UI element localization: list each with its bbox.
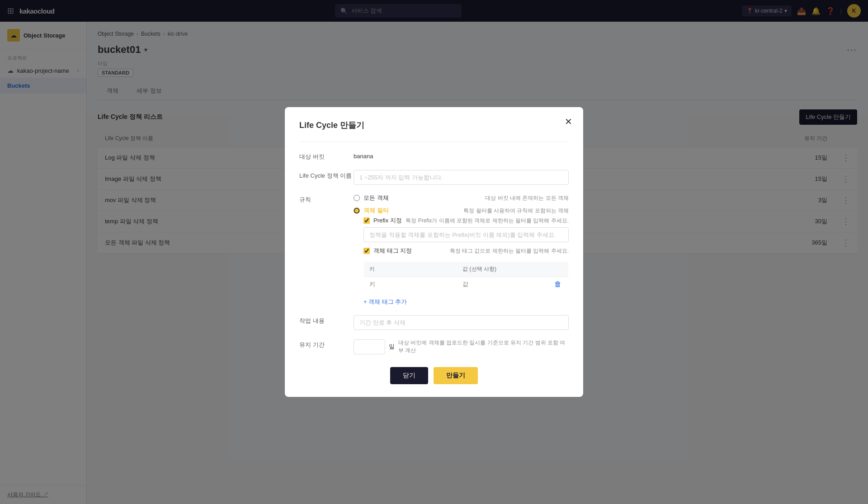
rule-label: 규칙 [299,194,354,204]
prefix-desc: 특정 Prefix가 이름에 포함된 객체로 제한하는 필터를 입력해 주세요. [406,217,569,225]
create-modal-button[interactable]: 만들기 [434,367,478,384]
task-input[interactable] [354,315,569,330]
close-modal-button[interactable]: 닫기 [390,367,428,384]
retention-input[interactable]: 30 [354,339,385,354]
rule-row: 규칙 모든 객체 대상 버킷 내에 존재하는 모든 객체 객체 필터 특정 필터… [299,194,569,306]
all-objects-radio[interactable] [354,195,360,201]
tag-table-header: 키 값 (선택 사항) [364,262,569,277]
prefix-checkbox-row: Prefix 지정 특정 Prefix가 이름에 포함된 객체로 제한하는 필터… [363,217,569,225]
tag-desc: 특정 태그 값으로 제한하는 필터를 입력해 주세요. [450,247,569,255]
retention-row: 유지 기간 30 일 대상 버킷에 객체를 업로드한 일시를 기준으로 유지 기… [299,339,569,354]
target-bucket-label: 대상 버킷 [299,151,354,161]
modal-title: Life Cycle 만들기 [299,120,569,131]
modal-footer: 닫기 만들기 [299,367,569,384]
prefix-label: Prefix 지정 [373,217,402,225]
tag-table: 키 값 (선택 사항) [363,261,569,292]
tag-key-col: 키 [364,262,458,277]
tag-checkbox-row: 객체 태그 지정 특정 태그 값으로 제한하는 필터를 입력해 주세요. [363,247,569,255]
retention-unit: 일 [389,343,395,351]
all-objects-desc: 대상 버킷 내에 존재하는 모든 객체 [485,194,569,202]
tag-label: 객체 태그 지정 [373,247,412,255]
task-row: 작업 내용 [299,315,569,330]
modal-dialog: Life Cycle 만들기 ✕ 대상 버킷 banana Life Cycle… [285,107,583,397]
modal-divider [299,141,569,142]
tag-value-col: 값 (선택 사항) [457,262,550,277]
retention-label: 유지 기간 [299,339,354,349]
modal-close-button[interactable]: ✕ [565,116,572,127]
policy-name-label: Life Cycle 정책 이름 [299,170,354,180]
tag-row: 🗑 [364,277,569,292]
task-label: 작업 내용 [299,315,354,325]
prefix-option: Prefix 지정 특정 Prefix가 이름에 포함된 객체로 제한하는 필터… [363,217,569,242]
task-control [354,315,569,330]
tag-delete-button[interactable]: 🗑 [554,280,561,288]
policy-name-control [354,170,569,185]
rule-object-filter: 객체 필터 특정 필터를 사용하여 규칙에 포함되는 객체 [354,207,569,215]
policy-name-row: Life Cycle 정책 이름 [299,170,569,185]
rule-control: 모든 객체 대상 버킷 내에 존재하는 모든 객체 객체 필터 특정 필터를 사… [354,194,569,306]
tag-value-input[interactable] [461,279,547,289]
tag-delete-cell: 🗑 [551,277,569,292]
modal-overlay: Life Cycle 만들기 ✕ 대상 버킷 banana Life Cycle… [0,0,868,504]
object-filter-label: 객체 필터 [363,207,389,215]
object-filter-desc: 특정 필터를 사용하여 규칙에 포함되는 객체 [463,207,569,215]
tag-value-cell [457,277,550,292]
object-filter-radio[interactable] [354,207,360,214]
prefix-input[interactable] [363,227,569,242]
tag-table-body: 🗑 [364,277,569,292]
tag-checkbox[interactable] [363,248,370,254]
tag-key-input[interactable] [368,279,453,289]
tag-option: 객체 태그 지정 특정 태그 값으로 제한하는 필터를 입력해 주세요. 키 값… [363,247,569,306]
sub-options: Prefix 지정 특정 Prefix가 이름에 포함된 객체로 제한하는 필터… [363,217,569,306]
retention-desc: 대상 버킷에 객체를 업로드한 일시를 기준으로 유지 기간 범위 포함 여부 … [398,339,569,354]
all-objects-label: 모든 객체 [363,194,389,202]
retention-wrap: 30 일 대상 버킷에 객체를 업로드한 일시를 기준으로 유지 기간 범위 포… [354,339,569,354]
add-tag-button[interactable]: + 객체 태그 추가 [363,298,569,306]
target-bucket-value: banana [354,151,373,160]
tag-key-cell [364,277,458,292]
prefix-checkbox[interactable] [363,217,370,224]
target-bucket-row: 대상 버킷 banana [299,151,569,161]
rule-radio-group: 모든 객체 대상 버킷 내에 존재하는 모든 객체 객체 필터 특정 필터를 사… [354,194,569,215]
retention-control: 30 일 대상 버킷에 객체를 업로드한 일시를 기준으로 유지 기간 범위 포… [354,339,569,354]
rule-all-objects: 모든 객체 대상 버킷 내에 존재하는 모든 객체 [354,194,569,202]
policy-name-input[interactable] [354,170,569,185]
